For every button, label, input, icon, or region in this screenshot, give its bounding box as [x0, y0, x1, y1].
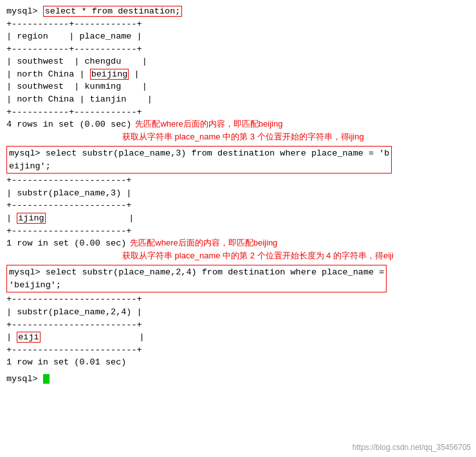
prompt3: mysql>: [9, 267, 46, 277]
block3-sql2: 'beijing';: [9, 280, 61, 290]
block2-annotation2: 获取从字符串 place_name 中的第 2 个位置开始长度为 4 的字符串，…: [122, 251, 394, 260]
watermark: https://blog.csdn.net/qq_35456705: [352, 442, 471, 453]
block3: mysql> select substr(place_name,2,4) fro…: [6, 265, 470, 369]
block3-sql-box: mysql> select substr(place_name,2,4) fro…: [6, 265, 387, 292]
block2-sql1: select substr(place_name,3) from destina…: [46, 148, 390, 158]
block1: mysql> select * from destination; +-----…: [6, 5, 470, 143]
block3-result-text: 1 row in set (0.01 sec): [6, 357, 126, 367]
cursor: [43, 374, 50, 384]
block2-annotation2-line: 获取从字符串 place_name 中的第 2 个位置开始长度为 4 的字符串，…: [6, 250, 470, 263]
block2-table: +----------------------+ | substr(place_…: [6, 174, 470, 237]
block3-line1: mysql> select substr(place_name,2,4) fro…: [9, 266, 384, 279]
block2-sql-box: mysql> select substr(place_name,3) from …: [6, 146, 392, 174]
prompt4: mysql>: [6, 374, 43, 384]
block2-sql2: eijing';: [9, 161, 51, 171]
block2-line2: eijing';: [9, 160, 389, 173]
block2-result-text: 1 row in set (0.00 sec): [6, 237, 126, 250]
block2-annotation1: 先匹配where后面的内容，即匹配beijing: [130, 237, 277, 249]
block1-command-line: mysql> select * from destination;: [6, 5, 470, 18]
block3-sql1: select substr(place_name,2,4) from desti…: [46, 267, 385, 277]
ijing-highlight: ijing: [17, 213, 46, 224]
beijing-highlight: beijing: [90, 69, 129, 80]
block1-annotation2-line: 获取从字符串 place_name 中的第 3 个位置开始的字符串，得ijing: [6, 131, 470, 144]
block1-annotation2: 获取从字符串 place_name 中的第 3 个位置开始的字符串，得ijing: [122, 132, 364, 141]
block4: mysql>: [6, 373, 470, 386]
sql-box1: select * from destination;: [43, 6, 183, 17]
block2-result-annotation: 1 row in set (0.00 sec) 先匹配where后面的内容，即匹…: [6, 237, 470, 250]
block2-line1: mysql> select substr(place_name,3) from …: [9, 147, 389, 160]
prompt2: mysql>: [9, 148, 46, 158]
terminal: mysql> select * from destination; +-----…: [0, 0, 476, 457]
block1-annotation1: 先匹配where后面的内容，即匹配beijing: [135, 118, 282, 130]
block1-result-text: 4 rows in set (0.00 sec): [6, 118, 131, 131]
block2: mysql> select substr(place_name,3) from …: [6, 146, 470, 262]
block3-line2: 'beijing';: [9, 279, 384, 292]
block1-result-annotation: 4 rows in set (0.00 sec) 先匹配where后面的内容，即…: [6, 118, 470, 131]
eiji-highlight: eiji: [17, 332, 40, 343]
block1-table: +-----------+------------+ | region | pl…: [6, 18, 470, 119]
block3-result-line: 1 row in set (0.01 sec): [6, 356, 470, 369]
prompt1: mysql>: [6, 6, 43, 16]
block3-table: +------------------------+ | substr(plac…: [6, 293, 470, 356]
